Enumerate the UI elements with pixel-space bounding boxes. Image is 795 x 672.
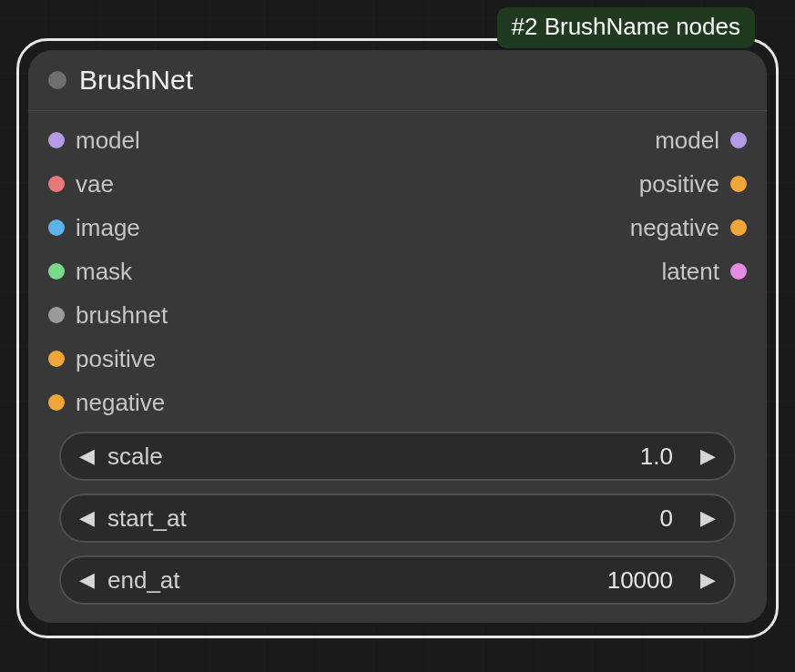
chevron-right-icon[interactable]: ▶ bbox=[700, 568, 716, 592]
input-port-image[interactable]: image bbox=[48, 213, 140, 242]
port-dot-icon bbox=[48, 263, 65, 280]
port-label: brushnet bbox=[76, 301, 168, 330]
port-label: negative bbox=[76, 389, 165, 417]
output-port-negative[interactable]: negative bbox=[630, 213, 747, 242]
input-port-positive[interactable]: positive bbox=[48, 344, 156, 373]
node-badge: #2 BrushName nodes bbox=[497, 7, 755, 48]
input-port-model[interactable]: model bbox=[48, 126, 140, 155]
port-dot-icon bbox=[730, 263, 747, 280]
widgets: ◀ scale 1.0 ▶ ◀ start_at 0 ▶ ◀ end_at bbox=[28, 424, 767, 623]
outputs-col: model positive negative latent bbox=[630, 126, 747, 417]
widget-value: 0 bbox=[660, 504, 673, 533]
chevron-right-icon[interactable]: ▶ bbox=[700, 444, 716, 468]
node-title-row[interactable]: BrushNet bbox=[28, 50, 767, 111]
port-label: model bbox=[76, 127, 140, 155]
port-label: mask bbox=[76, 258, 132, 286]
widget-label: scale bbox=[107, 443, 163, 471]
input-port-vae[interactable]: vae bbox=[48, 169, 114, 199]
input-port-mask[interactable]: mask bbox=[48, 257, 132, 286]
input-port-brushnet[interactable]: brushnet bbox=[48, 300, 168, 330]
node-io: model vae image mask bbox=[28, 111, 767, 424]
port-label: image bbox=[76, 214, 140, 242]
port-label: model bbox=[655, 127, 719, 155]
widget-value: 1.0 bbox=[640, 443, 673, 471]
port-dot-icon bbox=[48, 176, 65, 192]
widget-start-at[interactable]: ◀ start_at 0 ▶ bbox=[59, 494, 736, 543]
port-dot-icon bbox=[48, 132, 65, 148]
port-dot-icon bbox=[48, 351, 65, 367]
node-badge-text: #2 BrushName nodes bbox=[512, 13, 740, 40]
chevron-left-icon[interactable]: ◀ bbox=[79, 506, 95, 530]
widget-label: end_at bbox=[107, 566, 180, 595]
port-label: vae bbox=[76, 170, 114, 199]
node-status-dot bbox=[48, 71, 66, 89]
port-dot-icon bbox=[48, 307, 65, 323]
output-port-positive[interactable]: positive bbox=[639, 169, 747, 199]
widget-end-at[interactable]: ◀ end_at 10000 ▶ bbox=[59, 555, 736, 605]
port-label: positive bbox=[76, 345, 156, 373]
inputs-col: model vae image mask bbox=[48, 126, 168, 417]
chevron-left-icon[interactable]: ◀ bbox=[79, 568, 95, 592]
port-dot-icon bbox=[48, 394, 65, 411]
widget-scale[interactable]: ◀ scale 1.0 ▶ bbox=[59, 432, 736, 481]
port-dot-icon bbox=[48, 219, 65, 236]
node-brushnet[interactable]: BrushNet model vae bbox=[16, 38, 779, 638]
output-port-latent[interactable]: latent bbox=[661, 257, 747, 286]
widget-label: start_at bbox=[107, 504, 187, 533]
port-dot-icon bbox=[730, 219, 747, 236]
port-label: positive bbox=[639, 170, 719, 199]
node-title: BrushNet bbox=[79, 65, 193, 96]
chevron-right-icon[interactable]: ▶ bbox=[700, 506, 716, 530]
chevron-left-icon[interactable]: ◀ bbox=[79, 444, 95, 468]
port-dot-icon bbox=[730, 176, 747, 192]
port-dot-icon bbox=[730, 132, 747, 148]
port-label: latent bbox=[661, 258, 719, 286]
widget-value: 10000 bbox=[607, 566, 673, 595]
port-label: negative bbox=[630, 214, 719, 242]
output-port-model[interactable]: model bbox=[655, 126, 747, 155]
input-port-negative[interactable]: negative bbox=[48, 388, 165, 417]
node-body: BrushNet model vae bbox=[28, 50, 767, 623]
